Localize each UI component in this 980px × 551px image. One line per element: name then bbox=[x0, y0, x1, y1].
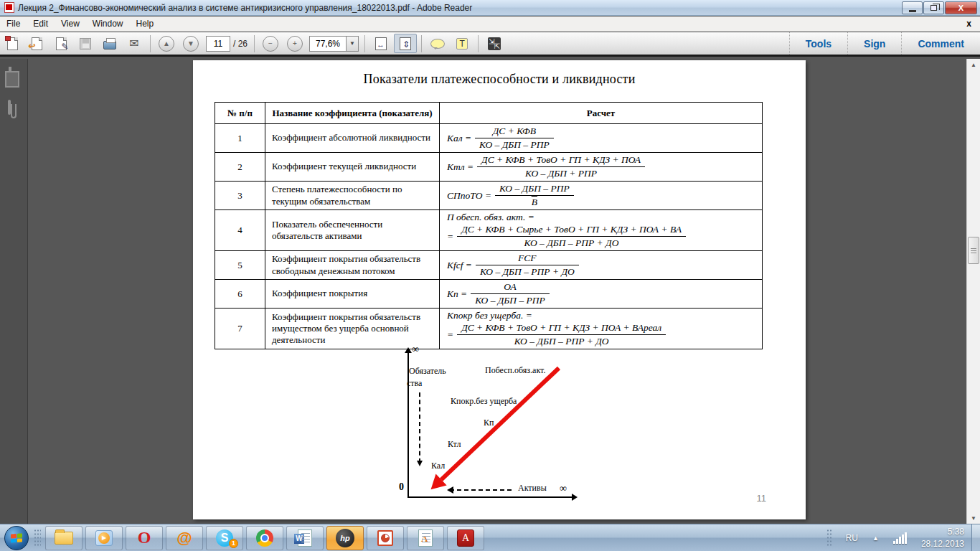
red-trend-arrow bbox=[440, 367, 560, 481]
menu-edit[interactable]: Edit bbox=[27, 17, 55, 31]
coefficient-name: Коэффициент покрытия обязательств имущес… bbox=[265, 309, 440, 349]
coefficient-name: Коэффициент покрытия обязательств свобод… bbox=[265, 251, 440, 280]
restore-icon bbox=[930, 5, 937, 11]
y-axis-label-line1: Обязатель bbox=[409, 366, 446, 377]
zoom-in-button[interactable]: + bbox=[283, 34, 306, 53]
taskbar-item-skype[interactable]: S 1 bbox=[206, 526, 243, 550]
next-page-button[interactable]: ▼ bbox=[179, 34, 202, 53]
chrome-icon bbox=[256, 529, 273, 547]
highlight-text-button[interactable]: T bbox=[451, 34, 473, 53]
scrollbar-thumb[interactable] bbox=[968, 237, 979, 264]
zoom-out-icon: − bbox=[263, 36, 278, 52]
pdf-page: Показатели платежеспособности и ликвидно… bbox=[193, 60, 806, 519]
print-button[interactable] bbox=[98, 34, 121, 53]
fullscreen-button[interactable] bbox=[483, 34, 506, 53]
media-player-icon: ▶ bbox=[95, 530, 113, 546]
coefficient-name: Показатель обеспеченности обязательств а… bbox=[265, 210, 440, 251]
row-number: 5 bbox=[215, 251, 265, 280]
taskbar-item-chrome[interactable] bbox=[246, 526, 283, 550]
fit-page-icon bbox=[400, 37, 411, 50]
page-number-input[interactable]: 11 bbox=[206, 36, 230, 52]
close-button[interactable]: X bbox=[945, 1, 977, 14]
taskbar-item-media-player[interactable]: ▶ bbox=[85, 526, 123, 550]
adobe-reader-window: Лекция 2_Финансово-экономический анализ … bbox=[0, 0, 980, 551]
hidden-icons-arrow-icon[interactable]: ▲ bbox=[872, 534, 879, 542]
document-heading: Показатели платежеспособности и ликвидно… bbox=[193, 72, 806, 87]
tab-tools[interactable]: Tools bbox=[789, 32, 847, 55]
system-tray: RU ▲ 5:38 28.12.2013 bbox=[826, 524, 980, 551]
x-axis bbox=[407, 496, 573, 498]
clock[interactable]: 5:38 28.12.2013 bbox=[921, 526, 964, 550]
document-area[interactable]: Показатели платежеспособности и ликвидно… bbox=[28, 59, 966, 524]
vertical-scrollbar[interactable]: ▲ ▼ bbox=[966, 59, 980, 524]
taskbar-item-opera[interactable]: O bbox=[126, 526, 163, 550]
show-desktop-button[interactable] bbox=[971, 524, 980, 551]
zoom-dropdown-icon[interactable]: ▼ bbox=[346, 37, 358, 51]
restore-button[interactable] bbox=[923, 1, 944, 14]
word-icon: W bbox=[298, 529, 312, 547]
pobesp-label: Побесп.обяз.акт. bbox=[485, 365, 545, 376]
menu-window[interactable]: Window bbox=[86, 17, 130, 31]
create-pdf-button[interactable] bbox=[1, 34, 24, 53]
table-row: 1Коэффициент абсолютной ликвидностиКал =… bbox=[215, 124, 763, 153]
start-button[interactable] bbox=[4, 526, 29, 550]
taskbar-item-powerpoint[interactable] bbox=[367, 526, 404, 550]
windows-logo-icon bbox=[11, 533, 22, 542]
formula-cell: Кпокр без ущерба. ==ДС + КФВ + ТовО + ГП… bbox=[440, 309, 763, 349]
zoom-level-select[interactable]: 77,6% ▼ bbox=[309, 36, 359, 52]
tab-sign[interactable]: Sign bbox=[847, 32, 901, 55]
mailru-icon: @ bbox=[176, 529, 192, 547]
formula-cell: Кfcf =FCFКО – ДБП – РПР + ДО bbox=[440, 251, 763, 280]
language-indicator[interactable]: RU bbox=[846, 533, 858, 543]
powerpoint-icon bbox=[377, 530, 393, 546]
skype-notification-badge: 1 bbox=[229, 539, 238, 548]
text-callout-icon: T bbox=[456, 38, 467, 50]
coefficient-name: Степень платежеспособности по текущим об… bbox=[265, 182, 440, 210]
attachments-button[interactable] bbox=[6, 101, 22, 114]
convert-button[interactable]: ↩ bbox=[25, 34, 48, 53]
menu-file[interactable]: File bbox=[0, 17, 27, 31]
email-button[interactable]: ✉ bbox=[123, 34, 146, 53]
y-axis-label-line2: ства bbox=[407, 378, 422, 389]
zoom-in-icon: + bbox=[287, 36, 303, 52]
toolbar-close-icon[interactable]: x bbox=[966, 19, 971, 29]
fit-page-button[interactable] bbox=[394, 34, 417, 53]
infinity-right-label: ∞ bbox=[560, 483, 567, 494]
sticky-note-button[interactable] bbox=[426, 34, 449, 53]
page-down-icon: ▼ bbox=[183, 36, 199, 52]
tab-comment[interactable]: Comment bbox=[901, 32, 980, 55]
menu-help[interactable]: Help bbox=[130, 17, 161, 31]
dashed-left-arrow bbox=[450, 489, 512, 491]
previous-page-button[interactable]: ▲ bbox=[155, 34, 178, 53]
taskbar-item-hp[interactable]: hp bbox=[326, 526, 364, 550]
email-icon: ✉ bbox=[129, 37, 138, 50]
sign-pen-button[interactable]: ✎ bbox=[50, 34, 72, 53]
scroll-down-icon[interactable]: ▼ bbox=[967, 512, 980, 524]
taskbar-item-adobe-reader[interactable]: A bbox=[447, 526, 484, 550]
taskbar-grip bbox=[34, 529, 41, 547]
formula-cell: П обесп. обяз. акт. ==ДС + КФВ + Сырье +… bbox=[440, 210, 763, 251]
column-header-calc: Расчет bbox=[440, 103, 763, 124]
taskbar-item-wordpad[interactable]: A bbox=[407, 526, 444, 550]
table-body: 1Коэффициент абсолютной ликвидностиКал =… bbox=[215, 124, 763, 349]
pdf-app-icon bbox=[4, 2, 14, 13]
table-row: 7Коэффициент покрытия обязательств имуще… bbox=[215, 309, 763, 349]
network-signal-icon[interactable] bbox=[893, 532, 907, 544]
tray-grip bbox=[826, 529, 833, 547]
minimize-button[interactable] bbox=[902, 1, 923, 14]
main-toolbar: ↩ ✎ ✉ ▲ ▼ 11 / 26 − + 77,6% ▼ bbox=[0, 32, 980, 57]
scrolling-mode-button[interactable] bbox=[369, 34, 392, 53]
title-bar[interactable]: Лекция 2_Финансово-экономический анализ … bbox=[0, 0, 980, 16]
menu-view[interactable]: View bbox=[55, 17, 86, 31]
adobe-reader-icon: A bbox=[457, 529, 474, 547]
taskbar-item-explorer[interactable] bbox=[45, 526, 83, 550]
taskbar-item-mailru[interactable]: @ bbox=[166, 526, 203, 550]
window-title: Лекция 2_Финансово-экономический анализ … bbox=[18, 3, 472, 13]
save-button[interactable] bbox=[74, 34, 97, 53]
scroll-up-icon[interactable]: ▲ bbox=[967, 59, 980, 70]
row-number: 7 bbox=[215, 309, 265, 349]
page-thumbnails-button[interactable] bbox=[6, 68, 22, 81]
hp-icon: hp bbox=[336, 529, 354, 547]
taskbar-item-word[interactable]: W bbox=[286, 526, 324, 550]
zoom-out-button[interactable]: − bbox=[259, 34, 282, 53]
